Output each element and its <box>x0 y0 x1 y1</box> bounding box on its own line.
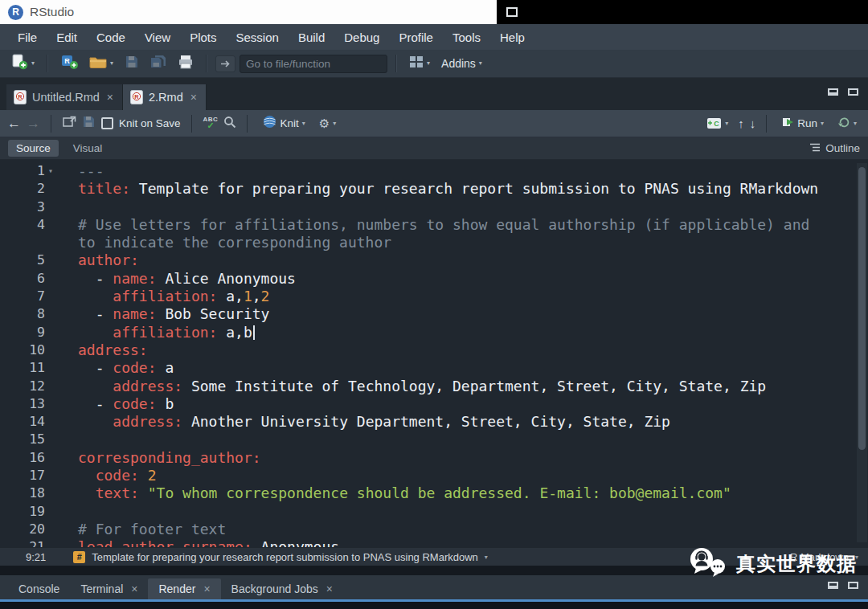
close-icon[interactable]: × <box>190 91 197 104</box>
editor-tab-bar: RUntitled.Rmd×R2.Rmd× <box>0 78 868 110</box>
close-icon[interactable]: × <box>131 582 137 595</box>
print-icon <box>178 55 194 72</box>
editor-tab-untitled-rmd[interactable]: RUntitled.Rmd× <box>6 84 123 110</box>
menu-build[interactable]: Build <box>289 27 334 48</box>
editor-line[interactable]: 3 <box>0 198 868 216</box>
source-mode-button[interactable]: Source <box>8 140 59 157</box>
rerun-button[interactable]: ▾ <box>833 114 861 133</box>
line-number: 8 <box>0 305 66 323</box>
line-number: 15 <box>0 431 66 448</box>
line-number: 16 <box>0 449 66 467</box>
close-icon[interactable]: × <box>326 582 333 595</box>
maximize-pane-icon[interactable] <box>848 88 858 96</box>
menu-code[interactable]: Code <box>87 27 135 48</box>
panel-tab-background-jobs[interactable]: Background Jobs× <box>221 578 343 599</box>
editor-line[interactable]: 2title: Template for preparing your rese… <box>0 180 868 198</box>
editor-line[interactable]: 17 code: 2 <box>0 467 868 484</box>
menu-debug[interactable]: Debug <box>334 27 389 48</box>
editor-line[interactable]: 10address: <box>0 341 868 359</box>
menu-edit[interactable]: Edit <box>47 27 87 48</box>
editor-line[interactable]: 8 - name: Bob Security <box>0 305 868 323</box>
editor-scrollbar[interactable] <box>857 163 867 542</box>
code-editor[interactable]: 1▾---2title: Template for preparing your… <box>0 160 868 547</box>
menu-profile[interactable]: Profile <box>389 27 443 48</box>
editor-tab-2-rmd[interactable]: R2.Rmd× <box>123 84 207 110</box>
visual-mode-button[interactable]: Visual <box>65 140 111 157</box>
run-previous-icon[interactable]: ↑ <box>738 117 744 129</box>
editor-line[interactable]: 6 - name: Alice Anonymous <box>0 270 868 288</box>
line-number: 14 <box>0 413 66 431</box>
menu-session[interactable]: Session <box>227 27 289 48</box>
save-button[interactable] <box>121 53 143 74</box>
panel-tab-terminal[interactable]: Terminal× <box>70 578 148 599</box>
outline-toggle-button[interactable]: Outline <box>809 142 860 154</box>
search-icon[interactable] <box>223 116 236 132</box>
panel-tab-console[interactable]: Console <box>8 578 70 599</box>
editor-line[interactable]: 14 address: Another University Departmen… <box>0 413 868 431</box>
editor-line[interactable]: 15 <box>0 431 868 448</box>
tab-label: Render <box>158 582 195 595</box>
editor-line[interactable]: 4# Use letters for affiliations, numbers… <box>0 216 868 234</box>
cursor-position: 9:21 <box>26 551 46 563</box>
section-breadcrumb[interactable]: Template for preparing your research rep… <box>92 551 478 563</box>
editor-toolbar-right: C ▾ ↑ ↓ Run ▾ ▾ <box>702 114 861 133</box>
main-toolbar: ▾ R ▾ ▾ Addins ▾ <box>0 50 868 78</box>
insert-chunk-button[interactable]: C ▾ <box>702 116 732 131</box>
fold-arrow-icon[interactable]: ▾ <box>45 162 66 180</box>
menu-tools[interactable]: Tools <box>443 27 490 48</box>
menu-help[interactable]: Help <box>490 27 534 48</box>
print-button[interactable] <box>174 53 198 74</box>
editor-line[interactable]: 19 <box>0 503 868 521</box>
open-file-button[interactable]: ▾ <box>85 53 117 74</box>
editor-line[interactable]: 16corresponding_author: <box>0 449 868 467</box>
goto-file-input[interactable] <box>240 55 387 73</box>
scrollbar-thumb[interactable] <box>858 167 866 450</box>
toolbar-separator <box>206 55 207 72</box>
spellcheck-icon[interactable]: ABC✓ <box>203 117 219 129</box>
editor-line[interactable]: 11 - code: a <box>0 359 868 377</box>
console-tab-strip: ConsoleTerminal×Render×Background Jobs× <box>8 575 343 599</box>
menu-view[interactable]: View <box>135 27 180 48</box>
new-project-button[interactable]: R <box>56 52 82 75</box>
close-icon[interactable]: × <box>107 91 113 104</box>
editor-line[interactable]: 7 affiliation: a,1,2 <box>0 288 868 305</box>
run-next-icon[interactable]: ↓ <box>750 117 756 129</box>
new-file-button[interactable]: ▾ <box>6 52 39 75</box>
forward-icon[interactable]: → <box>27 116 40 130</box>
knit-settings-button[interactable]: ⚙ ▾ <box>315 116 340 131</box>
editor-line[interactable]: 18 text: "To whom correspondence should … <box>0 484 868 502</box>
minimize-pane-icon[interactable] <box>828 88 838 96</box>
knit-on-save-checkbox[interactable] <box>101 117 113 129</box>
titlebar-dark-region <box>497 0 868 24</box>
pane-controls <box>828 88 858 96</box>
close-icon[interactable]: × <box>203 582 210 595</box>
open-folder-icon <box>89 55 107 72</box>
run-button[interactable]: Run ▾ <box>778 115 828 133</box>
minimize-pane-icon[interactable] <box>828 582 838 589</box>
watermark: 真实世界数据 <box>688 546 857 582</box>
knit-button[interactable]: Knit ▾ <box>259 113 309 133</box>
editor-line[interactable]: 20# For footer text <box>0 521 868 538</box>
save-all-button[interactable] <box>146 53 170 74</box>
menu-file[interactable]: File <box>8 27 47 48</box>
goto-file-icon[interactable] <box>215 55 235 72</box>
line-number: 11 <box>0 359 66 377</box>
menu-plots[interactable]: Plots <box>180 27 226 48</box>
editor-line[interactable]: 9 affiliation: a,b <box>0 324 868 341</box>
window-restore-icon[interactable] <box>506 7 518 17</box>
addins-menu-button[interactable]: Addins ▾ <box>437 55 486 72</box>
popout-window-icon[interactable] <box>63 116 76 131</box>
editor-line[interactable]: 13 - code: b <box>0 395 868 413</box>
editor-line[interactable]: 1▾--- <box>0 162 868 180</box>
back-icon[interactable]: ← <box>7 116 21 130</box>
save-all-icon <box>150 55 166 72</box>
insert-chunk-icon: C <box>706 117 722 129</box>
editor-line[interactable]: to indicate the corresponding author <box>0 234 868 251</box>
editor-line[interactable]: 12 address: Some Institute of Technology… <box>0 378 868 395</box>
workspace-panes-button[interactable]: ▾ <box>405 54 434 73</box>
panel-tab-render[interactable]: Render× <box>148 578 220 599</box>
save-icon[interactable] <box>82 115 96 132</box>
maximize-pane-icon[interactable] <box>848 582 858 589</box>
gear-icon: ⚙ <box>319 117 330 129</box>
editor-line[interactable]: 5author: <box>0 251 868 269</box>
